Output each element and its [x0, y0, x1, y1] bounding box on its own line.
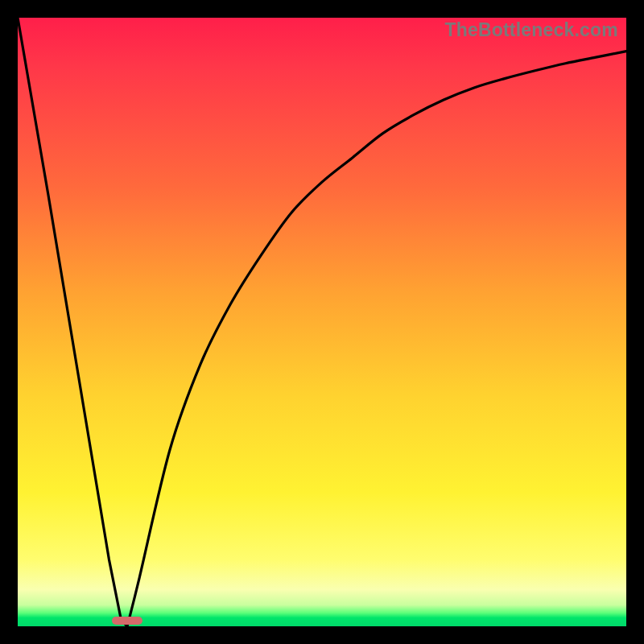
- bottleneck-curve: [18, 18, 626, 626]
- chart-frame: TheBottleneck.com: [0, 0, 644, 644]
- plot-area: TheBottleneck.com: [18, 18, 626, 626]
- optimal-marker: [112, 617, 142, 625]
- curve-svg: [18, 18, 626, 626]
